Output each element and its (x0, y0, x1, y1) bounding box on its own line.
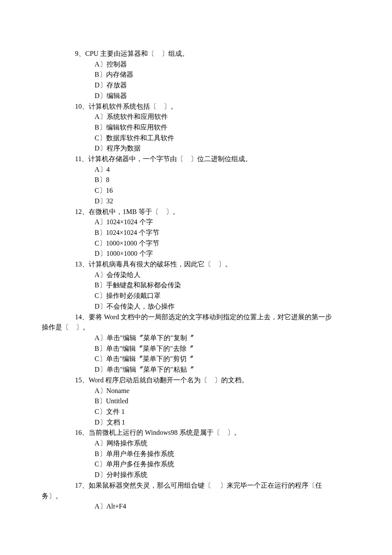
question-9-option-a: A〕控制器 (42, 59, 350, 70)
question-9-option-c: D〕存放器 (42, 80, 350, 91)
question-15-option-b: B〕Untitled (42, 396, 350, 407)
question-17-option-a: A〕Alt+F4 (42, 501, 350, 512)
question-14-option-b: B〕单击"编辑〞菜单下的"去除〞 (42, 344, 350, 354)
question-16-option-b: B〕单用户单任务操作系统 (42, 449, 350, 460)
page-content: { "questions": { "q9": { "stem": "9、CPU … (0, 0, 392, 555)
question-15-option-d: D〕文档 1 (42, 417, 350, 428)
question-11-option-c: C〕16 (42, 185, 350, 196)
question-11-stem: 11、计算机存储器中，一个字节由〔 〕位二进制位组成。 (42, 154, 350, 165)
question-13-option-d: D〕不会传染人，放心操作 (42, 301, 350, 312)
question-13-option-a: A〕会传染给人 (42, 270, 350, 280)
question-12-option-d: D〕1000×1000 个字 (42, 249, 350, 259)
question-14-stem-line2: 操作是〔 〕。 (42, 322, 350, 333)
question-16-option-c: C〕单用户多任务操作系统 (42, 459, 350, 470)
question-10-option-a: A〕系统软件和应用软件 (42, 112, 350, 122)
question-14-option-d: D〕单击"编辑〞菜单下的"粘贴〞 (42, 364, 350, 375)
question-10-stem: 10、计算机软件系统包括〔 〕。 (42, 101, 350, 112)
question-11-option-d: D〕32 (42, 196, 350, 207)
question-12-option-b: B〕1024×1024 个字节 (42, 228, 350, 238)
question-10-option-d: D〕程序为数据 (42, 143, 350, 154)
question-12-stem: 12、在微机中，1MB 等于〔 〕。 (42, 207, 350, 217)
question-9-stem: 9、CPU 主要由运算器和〔 〕组成。 (42, 49, 350, 59)
question-15-stem: 15、Word 程序启动后就自动翻开一个名为〔 〕的文档。 (42, 375, 350, 386)
question-12-option-c: C〕1000×1000 个字节 (42, 238, 350, 249)
question-16-stem: 16、当前微机上运行的 Windows98 系统是属于〔 〕。 (42, 428, 350, 438)
question-10-option-b: B〕编辑软件和应用软件 (42, 122, 350, 133)
question-14-option-a: A〕单击"编辑〞菜单下的"复制〞 (42, 333, 350, 344)
question-17-stem-line2: 务〕。 (42, 491, 350, 502)
question-16-option-a: A〕网络操作系统 (42, 438, 350, 449)
question-15-option-a: A〕Noname (42, 386, 350, 396)
question-11-option-a: A〕4 (42, 165, 350, 175)
question-10-option-c: C〕数据库软件和工具软件 (42, 133, 350, 144)
question-13-stem: 13、计算机病毒具有很大的破坏性，因此它〔 〕。 (42, 259, 350, 270)
question-9-option-d: D〕编辑器 (42, 91, 350, 101)
question-14-option-c: C〕单击"编辑〞菜单下的"剪切〞 (42, 354, 350, 364)
question-15-option-c: C〕文件 1 (42, 407, 350, 417)
question-9-option-b: B〕内存储器 (42, 69, 350, 80)
question-13-option-c: C〕操作时必须戴口罩 (42, 291, 350, 301)
question-17-stem-line1: 17、如果鼠标器突然失灵，那么可用组合键〔 〕来完毕一个正在运行的程序〔任 (42, 480, 350, 491)
question-11-option-b: B〕8 (42, 175, 350, 185)
question-16-option-d: D〕分时操作系统 (42, 470, 350, 480)
question-13-option-b: B〕手触键盘和鼠标都会传染 (42, 280, 350, 291)
question-14-stem-line1: 14、要将 Word 文档中的一局部选定的文字移动到指定的位置上去，对它进展的第… (42, 312, 350, 323)
question-12-option-a: A〕1024×1024 个字 (42, 217, 350, 228)
